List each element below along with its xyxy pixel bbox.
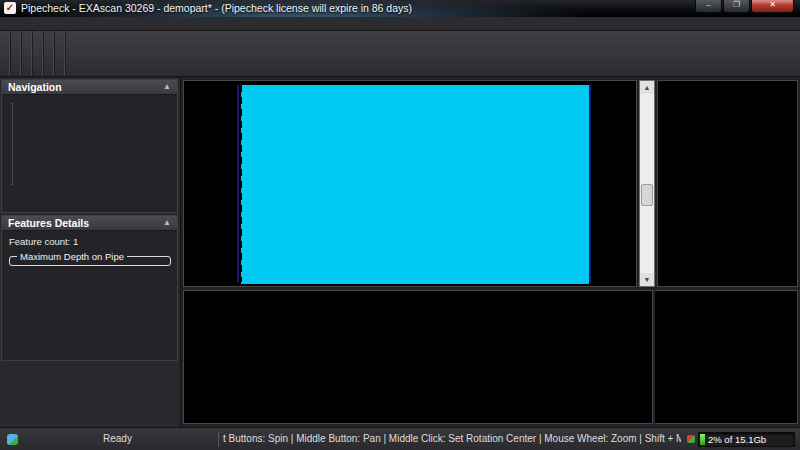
navigation-panel-title: Navigation: [8, 81, 62, 93]
app-icon: ✓: [4, 2, 16, 14]
maximize-button[interactable]: ❐: [723, 0, 750, 13]
menu-bar: [0, 17, 800, 31]
minimize-button[interactable]: –: [695, 0, 722, 13]
navigation-panel: Navigation ▲: [1, 79, 178, 213]
memory-warning-icon: [687, 435, 695, 443]
scroll-down-arrow-icon[interactable]: ▼: [640, 273, 654, 286]
sidebar: Navigation ▲ Features Details ▲ Feature …: [0, 78, 181, 427]
vertical-scrollbar[interactable]: ▲ ▼: [639, 80, 655, 287]
navigation-tree: [2, 95, 177, 99]
deformation-map-surface[interactable]: [241, 85, 589, 284]
memory-gauge-text: 2% of 15.1Gb: [708, 434, 766, 445]
collapse-navigation-icon[interactable]: ▲: [163, 83, 171, 91]
maximum-depth-group-title: Maximum Depth on Pipe: [17, 251, 127, 262]
mouse-hints: t Buttons: Spin | Middle Button: Pan | M…: [223, 433, 681, 444]
memory-gauge: 2% of 15.1Gb: [698, 432, 795, 447]
status-icon: [7, 434, 18, 445]
circumferential-profile-chart[interactable]: [657, 80, 798, 287]
scroll-up-arrow-icon[interactable]: ▲: [640, 81, 654, 94]
window-title: Pipecheck - EXAscan 30269 - demopart* - …: [21, 2, 412, 14]
deformation-map-view[interactable]: [183, 80, 637, 287]
close-button[interactable]: ✕: [751, 0, 794, 13]
axial-profile-chart[interactable]: [183, 290, 653, 424]
toolbar: [0, 31, 800, 77]
pipe-cross-section-view[interactable]: [655, 290, 798, 424]
scan-edge-left-dashes: [240, 85, 242, 282]
title-bar[interactable]: ✓ Pipecheck - EXAscan 30269 - demopart* …: [0, 0, 800, 17]
scrollbar-thumb[interactable]: [641, 184, 653, 206]
scan-edge-right-dashes: [591, 85, 593, 282]
scan-edge-left: [237, 85, 239, 282]
pipecheck-window: ✓ Pipecheck - EXAscan 30269 - demopart* …: [0, 0, 800, 450]
features-details-title: Features Details: [8, 217, 89, 229]
memory-gauge-fill: [700, 434, 705, 445]
feature-count: Feature count: 1: [9, 236, 171, 247]
collapse-features-details-icon[interactable]: ▲: [163, 219, 171, 227]
features-details-panel: Features Details ▲ Feature count: 1 Maxi…: [1, 215, 178, 361]
status-bar: Ready t Buttons: Spin | Middle Button: P…: [0, 427, 800, 450]
maximum-depth-group: Maximum Depth on Pipe: [9, 251, 171, 266]
status-ready: Ready: [103, 433, 132, 444]
